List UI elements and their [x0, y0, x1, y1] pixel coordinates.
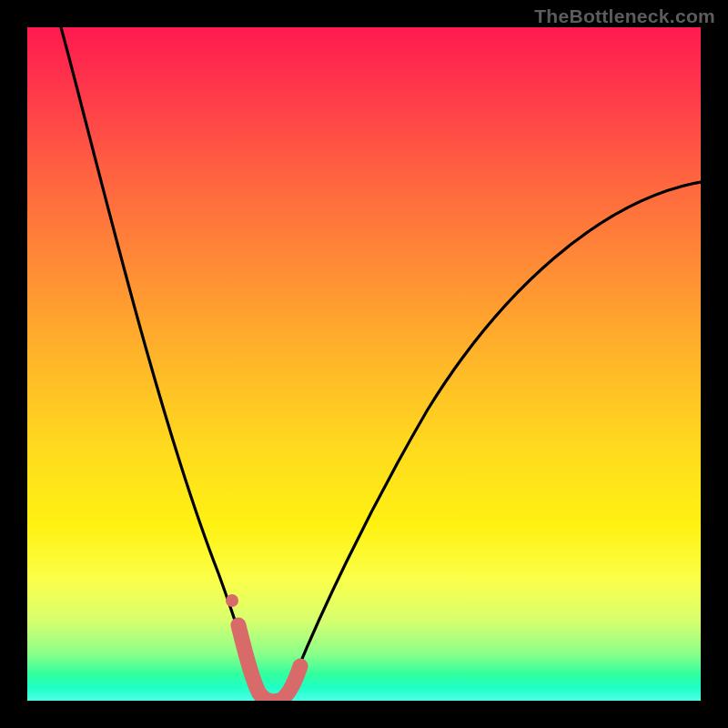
bottleneck-curve	[61, 27, 701, 701]
chart-svg	[27, 27, 701, 701]
chart-plot-area	[27, 27, 701, 701]
highlight-dot	[226, 594, 238, 607]
chart-frame: TheBottleneck.com	[0, 0, 728, 728]
attribution-text: TheBottleneck.com	[534, 5, 715, 27]
highlight-segment	[238, 625, 300, 701]
